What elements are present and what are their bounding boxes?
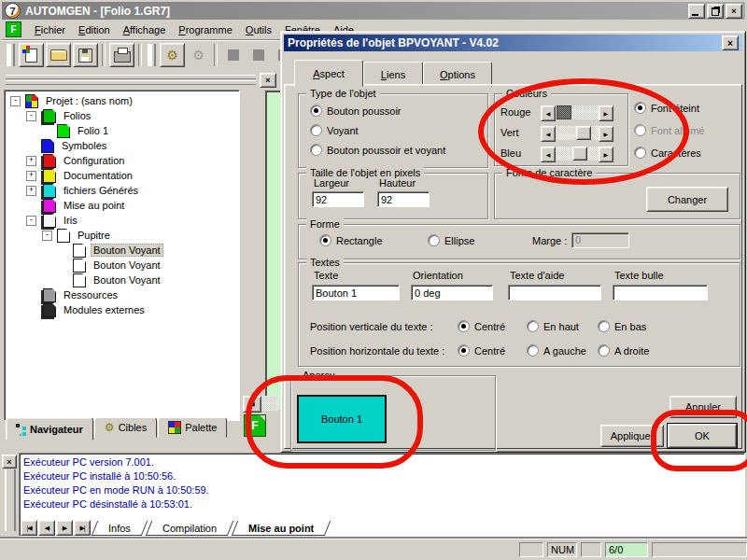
log-tab-mise-au-point[interactable]: Mise au point [232,521,331,536]
change-font-button[interactable]: Changer [646,187,728,212]
font-state-font-teint[interactable]: Font éteint [634,102,699,114]
slider-left-arrow-icon[interactable]: ◀ [541,105,556,121]
gears-button[interactable]: ⚙ [160,43,185,67]
folio-scrollbar-track[interactable] [261,396,278,411]
slider-thumb[interactable] [557,105,571,119]
tree-item-projet-sans-nom[interactable]: -Projet : (sans nom) [7,93,239,108]
field-orientation[interactable] [411,285,493,301]
menu-affichage[interactable]: Affichage [117,22,173,37]
tree-expander-icon[interactable]: - [10,96,21,106]
slider-right-arrow-icon[interactable]: ▶ [599,126,613,142]
tree-expander-icon[interactable]: + [26,186,36,196]
minimize-button[interactable] [688,4,705,19]
vertical-en-haut[interactable]: En haut [527,320,579,332]
type-voyant[interactable]: Voyant [310,124,359,136]
tab-cibles[interactable]: ⚙Cibles [94,417,157,438]
slider-track[interactable] [556,126,599,140]
horizontal-a-droite[interactable]: A droite [598,344,649,357]
menu-outils[interactable]: Outils [239,22,278,37]
slider-track[interactable] [556,105,599,119]
open-file-button[interactable] [46,43,71,67]
tree-expander-icon[interactable]: + [26,156,36,166]
slider-thumb[interactable] [576,126,591,140]
field-texte-d-aide[interactable] [508,285,601,301]
tree-item-configuration[interactable]: +Configuration [7,153,239,168]
tree-expander-icon[interactable]: - [26,111,36,121]
tree-item-folios[interactable]: -Folios [7,108,239,123]
slider-track[interactable] [556,147,599,161]
slider-right-arrow-icon[interactable]: ▶ [599,105,613,121]
save-button[interactable] [73,43,98,67]
folio-canvas[interactable] [265,91,280,410]
log-tab-compilation[interactable]: Compilation [146,521,234,536]
shape-rectangle[interactable]: Rectangle [319,234,383,246]
tree-item-fichiers-g-n-r-s[interactable]: +fichiers Générés [7,183,239,198]
preview-button[interactable]: Bouton 1 [297,395,387,443]
tree-item-bouton-voyant[interactable]: Bouton Voyant [7,273,239,287]
tree-expander-icon[interactable]: - [42,231,52,241]
slider-thumb[interactable] [572,147,587,161]
type-bouton-poussoir-et-voyant[interactable]: Bouton poussoir et voyant [310,144,445,156]
height-field[interactable] [377,191,430,207]
slider-left-arrow-icon[interactable]: ◀ [541,126,556,142]
tree-expander-icon[interactable]: - [26,216,36,226]
restore-button[interactable] [707,4,724,19]
tree-item-modules-externes[interactable]: Modules externes [7,302,239,317]
slider-left-arrow-icon[interactable]: ◀ [541,147,556,162]
tree-item-iris[interactable]: -Iris [7,213,239,228]
tree-item-ressources[interactable]: Ressources [7,287,239,302]
log-nav-icon[interactable]: ▶| [74,520,91,536]
apply-button[interactable]: Appliquer [600,425,664,447]
type-bouton-poussoir[interactable]: Bouton poussoir [310,105,402,117]
field-texte[interactable] [312,285,400,301]
tab-palette[interactable]: Palette [158,417,227,438]
dialog-tab-aspect[interactable]: Aspect [294,60,363,87]
tab-navigateur[interactable]: Navigateur [6,417,93,441]
menu-edition[interactable]: Edition [72,22,117,37]
dialog-tab-liens[interactable]: Liens [363,62,423,87]
toolbar-grip[interactable] [148,44,156,66]
grip-line[interactable] [6,75,256,79]
tree-item-bouton-voyant[interactable]: Bouton Voyant [7,243,239,258]
new-file-button[interactable] [19,43,44,67]
dialog-close-icon[interactable]: × [722,35,739,50]
slider-right-arrow-icon[interactable]: ▶ [599,147,613,162]
cancel-button[interactable]: Annuler [669,396,737,418]
toolbar-grip[interactable] [7,44,15,66]
tree-item-pupitre[interactable]: -Pupitre [7,228,239,243]
tree-item-bouton-voyant[interactable]: Bouton Voyant [7,258,239,273]
field-texte-bulle[interactable] [613,285,708,301]
horizontal-centr[interactable]: Centré [458,344,505,357]
vertical-centr[interactable]: Centré [458,320,505,332]
tree-item-symboles[interactable]: Symboles [7,138,239,153]
vert-slider[interactable]: ◀▶ [541,126,613,140]
tree-item-mise-au-point[interactable]: Mise au point [7,198,239,213]
horizontal-label: A droite [614,345,649,357]
vertical-en-bas[interactable]: En bas [598,320,646,332]
log-nav-icon[interactable]: |◀ [21,520,37,536]
ok-button[interactable]: OK [668,424,737,448]
horizontal-a-gauche[interactable]: A gauche [527,344,586,357]
close-button[interactable]: × [726,4,742,19]
log-close-button[interactable]: × [2,455,17,469]
bleu-slider[interactable]: ◀▶ [541,147,613,161]
print-button[interactable] [109,43,134,67]
log-nav-icon[interactable]: ◀ [38,520,55,536]
shape-ellipse[interactable]: Ellipse [428,234,474,246]
rouge-slider[interactable]: ◀▶ [541,105,613,119]
grip-line[interactable] [6,80,256,85]
width-field[interactable] [312,191,364,207]
dialog-tab-options[interactable]: Options [423,62,492,87]
tree-item-documentation[interactable]: +Documentation [7,168,239,183]
log-tab-infos[interactable]: Infos [92,521,148,536]
panel-close-button[interactable]: × [260,73,276,88]
log-nav-icon[interactable]: ▶ [56,520,73,536]
menu-programme[interactable]: Programme [172,22,238,37]
menu-fichier[interactable]: Fichier [28,22,72,37]
folio-scroll-left-icon[interactable]: ◀ [243,396,261,413]
log-grip[interactable] [5,469,16,531]
color-row-vert: Vert◀▶ [495,122,627,143]
font-state-caract-res[interactable]: Caractères [634,147,701,159]
tree-item-folio-1[interactable]: Folio 1 [7,123,239,138]
tree-expander-icon[interactable]: + [26,171,36,181]
